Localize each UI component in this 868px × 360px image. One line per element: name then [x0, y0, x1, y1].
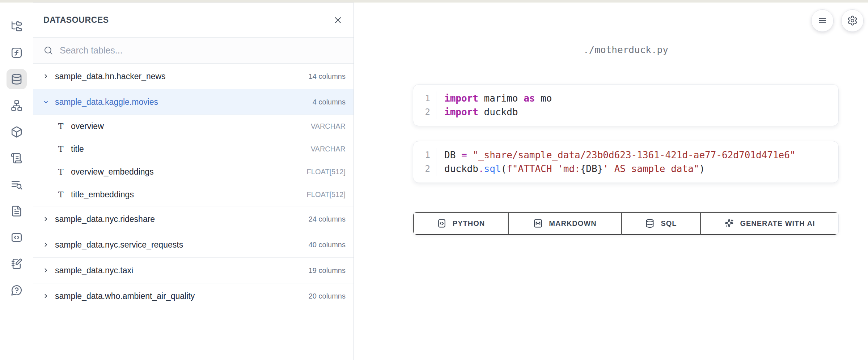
list-search-icon [10, 179, 23, 191]
table-list: sample_data.hn.hacker_news14 columnssamp… [33, 64, 353, 360]
sidebar-item-help[interactable] [7, 280, 27, 300]
table-name: sample_data.who.ambient_air_quality [55, 291, 195, 301]
notebook-area: ./motherduck.py 12import marimo as moimp… [354, 3, 868, 360]
table-name: sample_data.nyc.service_requests [55, 240, 183, 250]
table-column-count: 19 columns [309, 266, 346, 275]
code-cell: 12import marimo as moimport duckdb [413, 84, 839, 126]
menu-icon [817, 15, 828, 26]
sidebar-item-snippets[interactable] [7, 227, 27, 248]
line-number: 1 [413, 91, 430, 105]
column-type: FLOAT[512] [307, 190, 346, 199]
code-line: DB = "_share/sample_data/23b0d623-1361-4… [444, 148, 838, 162]
add-cell-generate-with-ai-button[interactable]: GENERATE WITH AI [700, 212, 838, 235]
add-cell-markdown-button[interactable]: MARKDOWN [508, 212, 621, 235]
scroll-text-icon [10, 152, 23, 164]
package-icon [10, 126, 23, 138]
table-column-count: 4 columns [313, 98, 346, 106]
activity-bar [0, 3, 33, 360]
chevron-right-icon [42, 241, 50, 248]
chevron-right-icon [42, 292, 50, 300]
column-row[interactable]: Ttitle_embeddingsFLOAT[512] [33, 183, 353, 206]
add-cell-button-label: MARKDOWN [549, 219, 596, 228]
code-cell: 12DB = "_share/sample_data/23b0d623-1361… [413, 141, 839, 183]
sidebar-item-scratchpad[interactable] [7, 254, 27, 274]
table-column-count: 20 columns [309, 292, 346, 300]
table-row[interactable]: sample_data.who.ambient_air_quality20 co… [33, 283, 353, 309]
column-name: title_embeddings [71, 190, 134, 200]
sidebar-item-datasources[interactable] [7, 69, 27, 89]
add-cell-toolbar: PYTHONMARKDOWNSQLGENERATE WITH AI [413, 212, 839, 235]
settings-button[interactable] [841, 9, 864, 32]
folder-tree-icon [10, 20, 23, 33]
sidebar-item-outline[interactable] [7, 175, 27, 195]
text-type-icon: T [56, 122, 65, 131]
code-line: import marimo as mo [444, 91, 838, 105]
search-icon [43, 46, 53, 55]
code-square-icon [10, 231, 23, 244]
table-row[interactable]: sample_data.nyc.service_requests40 colum… [33, 232, 353, 258]
sql-cell-icon [645, 218, 655, 228]
code-line: import duckdb [444, 105, 838, 119]
table-name: sample_data.nyc.rideshare [55, 214, 155, 224]
column-type: VARCHAR [311, 145, 346, 153]
sidebar-item-documentation[interactable] [7, 201, 27, 221]
chevron-right-icon [42, 73, 50, 80]
python-cell-icon [437, 218, 447, 228]
line-number-gutter: 12 [413, 148, 436, 176]
table-column-count: 24 columns [309, 215, 346, 223]
table-name: sample_data.nyc.taxi [55, 266, 133, 275]
notebook-menu-button[interactable] [811, 9, 834, 32]
column-type: VARCHAR [311, 122, 346, 130]
sparkles-icon [724, 218, 734, 228]
column-row[interactable]: TtitleVARCHAR [33, 138, 353, 160]
table-search-bar [33, 38, 353, 64]
search-input[interactable] [60, 45, 343, 56]
gear-icon [847, 15, 858, 26]
table-row[interactable]: sample_data.hn.hacker_news14 columns [33, 64, 353, 89]
add-cell-python-button[interactable]: PYTHON [413, 212, 508, 235]
table-name: sample_data.kaggle.movies [55, 97, 158, 107]
add-cell-button-label: SQL [661, 219, 677, 228]
column-name: title [71, 144, 84, 154]
datasources-panel: DATASOURCES sample_data.hn.hacker_news14… [33, 3, 354, 360]
line-number: 2 [413, 162, 430, 176]
function-square-icon [10, 47, 23, 59]
table-column-count: 40 columns [309, 241, 346, 249]
chevron-down-icon [42, 98, 50, 106]
add-cell-button-label: PYTHON [453, 219, 485, 228]
dependency-graph-icon [10, 99, 23, 112]
close-icon[interactable] [333, 16, 343, 25]
add-cell-button-label: GENERATE WITH AI [740, 219, 815, 228]
line-number-gutter: 12 [413, 91, 436, 119]
sidebar-item-logs[interactable] [7, 148, 27, 168]
chevron-right-icon [42, 215, 50, 223]
table-column-count: 14 columns [309, 72, 346, 81]
sidebar-item-variables[interactable] [7, 43, 27, 63]
code-editor[interactable]: DB = "_share/sample_data/23b0d623-1361-4… [436, 148, 838, 176]
sidebar-item-file-explorer[interactable] [7, 16, 27, 37]
column-name: overview_embeddings [71, 167, 154, 177]
notebook-filename[interactable]: ./motherduck.py [413, 44, 839, 55]
column-row[interactable]: ToverviewVARCHAR [33, 115, 353, 138]
text-type-icon: T [56, 167, 65, 176]
table-row[interactable]: sample_data.nyc.rideshare24 columns [33, 206, 353, 232]
table-row[interactable]: sample_data.nyc.taxi19 columns [33, 258, 353, 283]
column-name: overview [71, 121, 104, 131]
code-editor[interactable]: import marimo as moimport duckdb [436, 91, 838, 119]
panel-header: DATASOURCES [33, 3, 353, 38]
sidebar-item-packages[interactable] [7, 122, 27, 142]
code-line: duckdb.sql(f"ATTACH 'md:{DB}' AS sample_… [444, 162, 838, 176]
database-icon [10, 73, 23, 85]
line-number: 2 [413, 105, 430, 119]
column-row[interactable]: Toverview_embeddingsFLOAT[512] [33, 160, 353, 183]
markdown-cell-icon [533, 218, 543, 228]
text-type-icon: T [56, 145, 65, 154]
text-type-icon: T [56, 190, 65, 199]
chevron-right-icon [42, 267, 50, 274]
panel-title: DATASOURCES [43, 15, 109, 25]
table-name: sample_data.hn.hacker_news [55, 72, 166, 81]
column-type: FLOAT[512] [307, 168, 346, 176]
sidebar-item-dependencies[interactable] [7, 95, 27, 116]
table-row[interactable]: sample_data.kaggle.movies4 columns [33, 89, 353, 115]
add-cell-sql-button[interactable]: SQL [621, 212, 700, 235]
